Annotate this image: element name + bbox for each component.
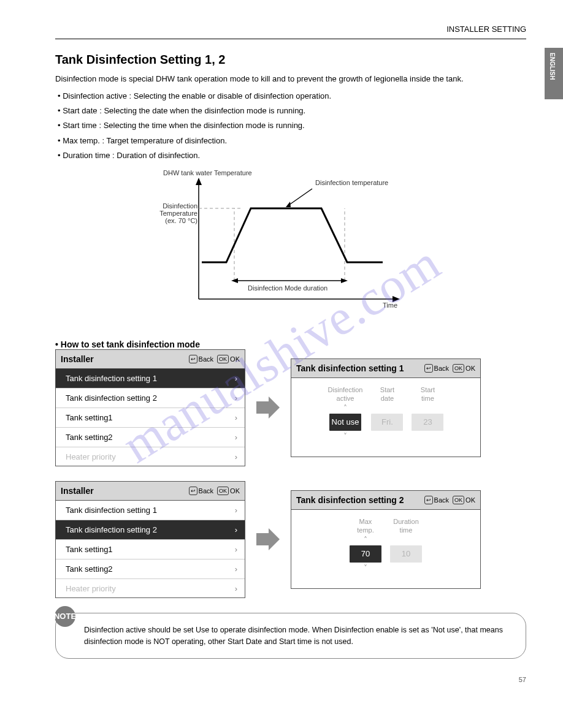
- header-divider: [55, 39, 526, 39]
- flow-arrow-icon: [255, 527, 281, 552]
- ok-button[interactable]: OKOK: [453, 496, 475, 504]
- svg-marker-12: [256, 396, 280, 419]
- field-value-active[interactable]: Not use: [329, 414, 361, 431]
- installer-menu-panel-2: Installer ↩Back OKOK Tank disinfection s…: [55, 481, 245, 598]
- chevron-right-icon: ›: [235, 564, 237, 574]
- menu-item-label: Tank setting1: [66, 545, 113, 554]
- field-max-temp[interactable]: Max temp. ˄ 70 ˅: [350, 518, 381, 576]
- field-label: Start date: [380, 387, 394, 403]
- screens-row-2: Installer ↩Back OKOK Tank disinfection s…: [55, 481, 526, 598]
- ok-label: OK: [230, 487, 240, 495]
- field-start-date[interactable]: Start date ˄ Fri. ˅: [371, 387, 403, 444]
- bullet-lead: • Max temp. :: [58, 136, 104, 145]
- ok-button[interactable]: OKOK: [217, 355, 240, 363]
- field-value-time[interactable]: 23: [412, 414, 443, 431]
- caret-up-icon[interactable]: ˄: [343, 404, 347, 412]
- menu-item-heater-priority[interactable]: Heater priority›: [56, 579, 245, 597]
- how-to-subhead: • How to set tank disinfection mode: [55, 339, 526, 349]
- menu-item-label: Tank disinfection setting 1: [66, 374, 157, 383]
- bullet-lead: • Start date :: [58, 106, 102, 115]
- back-button[interactable]: ↩Back: [424, 496, 449, 504]
- ok-button[interactable]: OKOK: [217, 487, 240, 495]
- menu-item-label: Tank disinfection setting 1: [66, 506, 157, 515]
- back-icon: ↩: [189, 355, 197, 363]
- ok-label: OK: [465, 365, 475, 372]
- svg-marker-13: [256, 528, 280, 550]
- menu-item-tank-setting-1[interactable]: Tank setting1›: [56, 540, 245, 559]
- panel-title: Tank disinfection setting 2: [296, 495, 404, 505]
- chevron-right-icon: ›: [235, 393, 237, 403]
- language-side-tab-label: ENGLISH: [549, 53, 556, 80]
- note-body: Disinfection active should be set Use to…: [84, 624, 513, 648]
- menu-item-disinfection-2[interactable]: Tank disinfection setting 2›: [56, 389, 245, 408]
- field-value-date[interactable]: Fri.: [371, 414, 403, 431]
- menu-item-heater-priority[interactable]: Heater priority›: [56, 447, 245, 466]
- detail-panel-disinfection-1: Tank disinfection setting 1 ↩Back OKOK D…: [291, 358, 481, 457]
- back-button[interactable]: ↩Back: [424, 364, 449, 373]
- menu-item-tank-setting-2[interactable]: Tank setting2›: [56, 559, 245, 579]
- menu-item-label: Heater priority: [66, 584, 116, 593]
- menu-item-tank-setting-1[interactable]: Tank setting1›: [56, 408, 245, 428]
- bullet-lead: • Disinfection active :: [58, 91, 131, 100]
- chart-x-label: Time: [383, 301, 397, 309]
- chart-y-marker-high: Disinfection Temperature (ex. 70 °C): [147, 202, 197, 224]
- back-icon: ↩: [424, 496, 433, 504]
- field-duration-time[interactable]: Duration time ˄ 10 ˅: [390, 518, 422, 576]
- panel-header: Tank disinfection setting 2 ↩Back OKOK: [291, 491, 480, 510]
- field-label: Duration time: [393, 518, 419, 534]
- field-label: Max temp.: [357, 518, 374, 534]
- svg-line-7: [288, 189, 312, 206]
- bullet-rest: Selecting the date when the disinfection…: [102, 106, 305, 115]
- menu-item-disinfection-1[interactable]: Tank disinfection setting 1›: [56, 369, 245, 389]
- bullet-duration-time: • Duration time : Duration of disinfecti…: [58, 150, 526, 162]
- back-label: Back: [199, 487, 213, 495]
- caret-down-icon[interactable]: ˅: [343, 433, 347, 440]
- note-callout: NOTE Disinfection active should be set U…: [55, 613, 526, 659]
- back-button[interactable]: ↩Back: [189, 487, 213, 495]
- panel-header: Tank disinfection setting 1 ↩Back OKOK: [291, 359, 480, 378]
- ok-button[interactable]: OKOK: [453, 364, 475, 373]
- panel-title: Installer: [61, 486, 94, 496]
- menu-item-disinfection-2[interactable]: Tank disinfection setting 2›: [56, 520, 245, 540]
- chevron-right-icon: ›: [235, 413, 237, 422]
- ok-icon: OK: [453, 364, 464, 373]
- back-label: Back: [199, 355, 213, 363]
- menu-list: Tank disinfection setting 1› Tank disinf…: [56, 501, 245, 597]
- chevron-right-icon: ›: [235, 506, 237, 515]
- menu-item-label: Heater priority: [66, 452, 116, 461]
- page-footer: 57: [55, 676, 526, 683]
- caret-up-icon[interactable]: ˄: [364, 536, 367, 544]
- field-value-duration[interactable]: 10: [390, 545, 422, 563]
- field-start-time[interactable]: Start time ˄ 23 ˅: [412, 387, 443, 444]
- chart-arrow-annotation: Disinfection temperature: [315, 179, 388, 186]
- bullet-disinfection-active: • Disinfection active : Selecting the en…: [58, 90, 526, 102]
- menu-item-label: Tank setting1: [66, 413, 113, 422]
- chevron-right-icon: ›: [235, 525, 237, 534]
- menu-item-disinfection-1[interactable]: Tank disinfection setting 1›: [56, 501, 245, 520]
- profile-chart: DHW tank water Temperature Disinfection …: [55, 170, 526, 324]
- field-disinfection-active[interactable]: Disinfection active ˄ Not use ˅: [328, 387, 363, 444]
- svg-marker-8: [286, 202, 291, 207]
- menu-item-tank-setting-2[interactable]: Tank setting2›: [56, 428, 245, 447]
- menu-item-label: Tank setting2: [66, 433, 113, 442]
- flow-arrow-icon: [255, 395, 281, 420]
- bullet-rest: Selecting the time when the disinfection…: [101, 121, 305, 130]
- panel-header: Installer ↩Back OKOK: [56, 482, 245, 501]
- header-right: INSTALLER SETTING: [55, 25, 526, 34]
- detail-panel-disinfection-2: Tank disinfection setting 2 ↩Back OKOK M…: [291, 490, 481, 589]
- caret-down-icon[interactable]: ˅: [364, 564, 367, 572]
- chevron-right-icon: ›: [235, 545, 237, 554]
- panel-title: Tank disinfection setting 1: [296, 363, 404, 373]
- screens-row-1: Installer ↩Back OKOK Tank disinfection s…: [55, 349, 526, 466]
- back-icon: ↩: [189, 487, 197, 495]
- bullet-rest: Duration of disinfection.: [115, 151, 200, 160]
- back-button[interactable]: ↩Back: [189, 355, 213, 363]
- menu-item-label: Tank setting2: [66, 564, 113, 574]
- chevron-right-icon: ›: [235, 452, 237, 461]
- chevron-right-icon: ›: [235, 433, 237, 442]
- menu-list: Tank disinfection setting 1› Tank disinf…: [56, 369, 245, 466]
- ok-icon: OK: [217, 355, 229, 363]
- ok-label: OK: [230, 355, 240, 363]
- field-label: Start time: [421, 387, 435, 403]
- field-value-max-temp[interactable]: 70: [350, 545, 381, 563]
